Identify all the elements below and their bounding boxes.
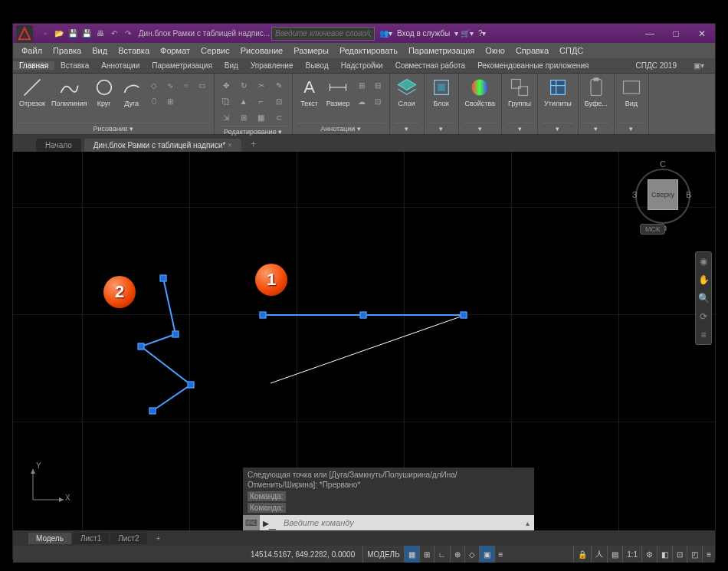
status-coords[interactable]: 14514.5167, 649.2282, 0.0000 [243, 550, 362, 559]
grip[interactable] [172, 331, 179, 338]
tab-home[interactable]: Главная [13, 61, 54, 70]
tab-spds[interactable]: СПДС 2019 [630, 61, 683, 70]
panel-draw-label[interactable]: Рисование ▾ [18, 123, 209, 134]
status-snap-icon[interactable]: ⊞ [419, 546, 434, 563]
nav-zoom-icon[interactable]: 🔍 [696, 289, 711, 307]
polyline-2[interactable] [141, 278, 191, 411]
status-scale[interactable]: 1:1 [622, 546, 641, 563]
annot-3[interactable]: ☁ [355, 94, 369, 108]
mod-move[interactable]: ✥ [219, 78, 233, 92]
menu-spds[interactable]: СПДС [554, 46, 589, 55]
mod-rotate[interactable]: ↻ [237, 78, 251, 92]
viewcube[interactable]: Сверху С Ю В З МСК [632, 158, 694, 235]
layout-model[interactable]: Модель [28, 533, 71, 544]
menu-service[interactable]: Сервис [195, 46, 235, 55]
panel-modify-label[interactable]: Редактирование ▾ [219, 126, 287, 137]
menu-format[interactable]: Формат [155, 46, 195, 55]
cmd-history-toggle[interactable]: ▴ [520, 519, 534, 527]
tab-close-icon[interactable]: × [228, 141, 232, 149]
status-b3-icon[interactable]: ◰ [687, 546, 702, 563]
nav-wheel-icon[interactable]: ◉ [696, 252, 711, 271]
mod-erase[interactable]: ✎ [272, 78, 286, 92]
annot-1[interactable]: ⊞ [355, 78, 369, 92]
mod-mirror[interactable]: ▲ [237, 94, 251, 108]
tool-utils[interactable]: Утилиты [543, 75, 573, 109]
nav-more-icon[interactable]: ≡ [696, 326, 711, 344]
menu-insert[interactable]: Вставка [113, 46, 155, 55]
mod-offset[interactable]: ⊂ [272, 110, 286, 124]
login-link[interactable]: Вход в службы [397, 29, 450, 38]
tool-arc[interactable]: Дуга [120, 75, 144, 109]
menu-edit[interactable]: Правка [48, 46, 87, 55]
draw-small-4[interactable]: ▭ [195, 78, 209, 92]
status-model[interactable]: МОДЕЛЬ [362, 546, 403, 563]
menu-window[interactable]: Окно [480, 46, 510, 55]
status-polar-icon[interactable]: ⊕ [450, 546, 464, 563]
qat-plot-icon[interactable]: 🖶 [94, 28, 107, 40]
mod-explode[interactable]: ⊡ [272, 94, 286, 108]
status-ortho-icon[interactable]: ∟ [434, 546, 450, 563]
grip[interactable] [461, 312, 467, 319]
tab-view[interactable]: Вид [218, 61, 244, 70]
qat-undo-icon[interactable]: ↶ [108, 28, 120, 40]
grip[interactable] [188, 382, 195, 389]
tool-dim[interactable]: Размер [325, 75, 352, 109]
tab-current[interactable]: Дин.блок Рамки с таблицей надписи* × [84, 139, 241, 152]
tab-manage[interactable]: Управление [244, 61, 300, 70]
tab-new[interactable]: + [244, 136, 262, 152]
viewcube-top[interactable]: Сверху [648, 179, 678, 210]
tool-block[interactable]: Блок [429, 75, 454, 109]
tool-line[interactable]: Отрезок [18, 75, 47, 109]
layout-2[interactable]: Лист2 [110, 533, 146, 544]
grip[interactable] [360, 312, 367, 319]
ucs-label[interactable]: МСК [640, 224, 665, 235]
tab-collab[interactable]: Совместная работа [389, 61, 472, 70]
app-logo[interactable] [16, 25, 33, 42]
draw-small-1[interactable]: ◇ [147, 78, 161, 92]
status-grid-icon[interactable]: ▦ [404, 546, 419, 563]
tab-addins[interactable]: Надстройки [335, 61, 389, 70]
tab-output[interactable]: Вывод [300, 61, 335, 70]
nav-pan-icon[interactable]: ✋ [696, 271, 711, 289]
help-icon[interactable]: ?▾ [478, 29, 487, 38]
tool-pline[interactable]: Полилиния [50, 75, 89, 109]
drawing-canvas[interactable]: 1 2 Сверху С Ю В З МСК ◉ ✋ 🔍 ⟳ ≡ Y X Сле… [13, 152, 715, 530]
panel-utils-arrow[interactable]: ▾ [543, 123, 573, 134]
search-input[interactable] [271, 27, 375, 41]
status-b1-icon[interactable]: ◧ [657, 546, 672, 563]
tool-layers[interactable]: Слои [395, 75, 419, 109]
command-input[interactable] [279, 518, 520, 527]
menu-modify[interactable]: Редактировать [334, 46, 403, 55]
tab-insert[interactable]: Вставка [54, 61, 95, 70]
mod-array[interactable]: ▦ [254, 110, 268, 124]
layout-add[interactable]: + [149, 533, 169, 544]
menu-help[interactable]: Справка [510, 46, 554, 55]
status-a3-icon[interactable]: ▤ [607, 546, 622, 563]
ribbon-min-icon[interactable]: ▣▾ [687, 61, 710, 70]
panel-clip-arrow[interactable]: ▾ [583, 123, 609, 134]
qat-open-icon[interactable]: 📂 [53, 28, 65, 40]
layout-1[interactable]: Лист1 [73, 533, 109, 544]
panel-block-arrow[interactable]: ▾ [429, 123, 454, 134]
grip[interactable] [160, 275, 167, 282]
nav-orbit-icon[interactable]: ⟳ [696, 307, 711, 326]
qat-new-icon[interactable]: ▫ [39, 28, 51, 40]
draw-small-5[interactable]: ⬯ [147, 94, 161, 108]
maximize-button[interactable]: □ [663, 24, 689, 43]
menu-file[interactable]: Файл [16, 46, 48, 55]
mod-copy[interactable]: ⿻ [219, 94, 233, 108]
close-button[interactable]: ✕ [689, 24, 715, 43]
qat-redo-icon[interactable]: ↷ [122, 28, 134, 40]
tool-groups[interactable]: Группы [507, 75, 533, 109]
tool-clip[interactable]: Буфе... [583, 75, 609, 109]
status-a2-icon[interactable]: 人 [591, 546, 607, 563]
panel-props-arrow[interactable]: ▾ [464, 123, 497, 134]
annot-2[interactable]: ⊟ [371, 78, 385, 92]
status-gear-icon[interactable]: ⚙ [641, 546, 657, 563]
mod-fillet[interactable]: ⌐ [254, 94, 268, 108]
panel-layers-arrow[interactable]: ▾ [395, 123, 419, 134]
draw-small-3[interactable]: ○ [179, 78, 193, 92]
user-icon[interactable]: 👥▾ [379, 29, 392, 38]
mod-stretch[interactable]: ⇲ [219, 110, 233, 124]
panel-annot-label[interactable]: Аннотации ▾ [297, 123, 385, 134]
